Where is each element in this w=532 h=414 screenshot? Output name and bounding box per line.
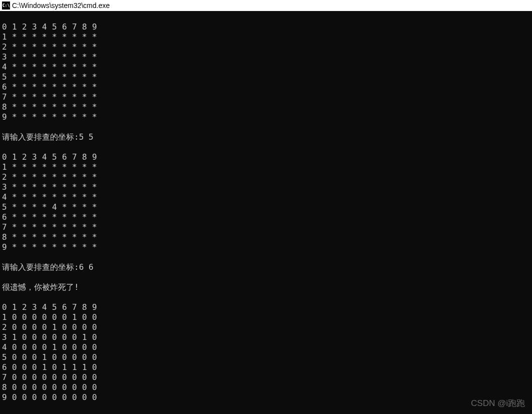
grid-cell: *: [92, 72, 102, 82]
grid-row: 2000010000: [2, 322, 530, 332]
grid-cell: *: [82, 202, 92, 212]
grid-cell: *: [92, 162, 102, 172]
grid-cell: 1: [52, 342, 62, 352]
grid-cell: *: [82, 232, 92, 242]
grid-cell: 4: [42, 22, 52, 32]
grid-cell: *: [82, 192, 92, 202]
grid-cell: *: [22, 42, 32, 52]
grid-cell: *: [32, 182, 42, 192]
grid-cell: 0: [82, 342, 92, 352]
grid-cell: *: [62, 72, 72, 82]
grid-cell: *: [42, 102, 52, 112]
grid-cell: 0: [22, 332, 32, 342]
grid-cell: *: [12, 162, 22, 172]
grid-cell: *: [42, 222, 52, 232]
terminal-output[interactable]: 01234567891*********2*********3*********…: [0, 11, 532, 414]
grid-cell: *: [82, 102, 92, 112]
coord-prompt-2: 请输入要排查的坐标:6 6: [2, 262, 530, 272]
grid-row: 9000000000: [2, 392, 530, 402]
grid-cell: *: [22, 212, 32, 222]
grid-cell: *: [32, 92, 42, 102]
grid-cell: *: [32, 222, 42, 232]
grid-cell: *: [52, 72, 62, 82]
grid-cell: *: [12, 42, 22, 52]
grid-cell: *: [22, 242, 32, 252]
grid-cell: *: [62, 182, 72, 192]
grid-cell: *: [92, 82, 102, 92]
grid-cell: *: [42, 202, 52, 212]
grid-cell: 1: [2, 32, 12, 42]
grid-cell: *: [52, 82, 62, 92]
grid-cell: 2: [2, 172, 12, 182]
grid-cell: *: [42, 212, 52, 222]
window-titlebar[interactable]: C:\ C:\Windows\system32\cmd.exe: [0, 0, 532, 11]
grid-cell: 0: [42, 382, 52, 392]
grid-cell: 0: [72, 342, 82, 352]
grid-cell: *: [22, 222, 32, 232]
grid-cell: 0: [92, 332, 102, 342]
gameover-message: 很遗憾，你被炸死了!: [2, 282, 530, 292]
grid-cell: 5: [2, 202, 12, 212]
grid-header: 0123456789: [2, 302, 530, 312]
grid-row: 7*********: [2, 92, 530, 102]
grid-cell: *: [22, 192, 32, 202]
grid-cell: 9: [92, 302, 102, 312]
grid-cell: *: [92, 52, 102, 62]
grid-cell: *: [72, 182, 82, 192]
grid-cell: *: [82, 112, 92, 122]
grid-cell: 9: [2, 242, 12, 252]
grid-cell: 0: [22, 372, 32, 382]
grid-cell: *: [52, 212, 62, 222]
grid-cell: *: [12, 212, 22, 222]
grid-cell: *: [52, 162, 62, 172]
grid-cell: *: [12, 92, 22, 102]
grid-cell: 0: [42, 312, 52, 322]
grid-cell: *: [42, 92, 52, 102]
grid-cell: *: [62, 172, 72, 182]
grid-cell: *: [82, 32, 92, 42]
grid-cell: *: [12, 32, 22, 42]
grid-cell: 0: [32, 332, 42, 342]
grid-cell: *: [12, 232, 22, 242]
grid-cell: *: [72, 212, 82, 222]
grid-cell: 3: [2, 52, 12, 62]
grid-cell: 0: [82, 392, 92, 402]
grid-cell: 0: [72, 322, 82, 332]
grid-cell: 0: [12, 382, 22, 392]
grid-cell: *: [32, 192, 42, 202]
grid-cell: 5: [52, 22, 62, 32]
grid-cell: *: [92, 232, 102, 242]
grid-cell: 7: [2, 92, 12, 102]
grid-row: 8*********: [2, 102, 530, 112]
grid3: 0123456789100000010020000100003100000010…: [2, 302, 530, 402]
grid-cell: *: [72, 112, 82, 122]
grid-cell: *: [42, 32, 52, 42]
grid-cell: 0: [2, 152, 12, 162]
grid-cell: *: [62, 32, 72, 42]
grid-cell: *: [92, 42, 102, 52]
grid-cell: 0: [22, 362, 32, 372]
grid-cell: 0: [42, 342, 52, 352]
grid-cell: 0: [22, 382, 32, 392]
grid-cell: *: [12, 62, 22, 72]
grid-cell: 0: [32, 392, 42, 402]
grid-cell: *: [42, 82, 52, 92]
grid-cell: 1: [42, 352, 52, 362]
grid-cell: *: [62, 162, 72, 172]
grid-cell: 0: [82, 382, 92, 392]
grid-cell: *: [22, 72, 32, 82]
grid-cell: 4: [42, 152, 52, 162]
grid-row: 5000100000: [2, 352, 530, 362]
grid-cell: 0: [82, 372, 92, 382]
grid-cell: *: [92, 92, 102, 102]
grid-cell: *: [82, 242, 92, 252]
grid-cell: 4: [2, 192, 12, 202]
grid-cell: 0: [52, 352, 62, 362]
grid-cell: 9: [2, 392, 12, 402]
grid-cell: 0: [62, 352, 72, 362]
grid-cell: 9: [2, 112, 12, 122]
grid-cell: 0: [12, 322, 22, 332]
grid-cell: *: [72, 32, 82, 42]
grid-cell: *: [12, 52, 22, 62]
grid-cell: 5: [2, 352, 12, 362]
